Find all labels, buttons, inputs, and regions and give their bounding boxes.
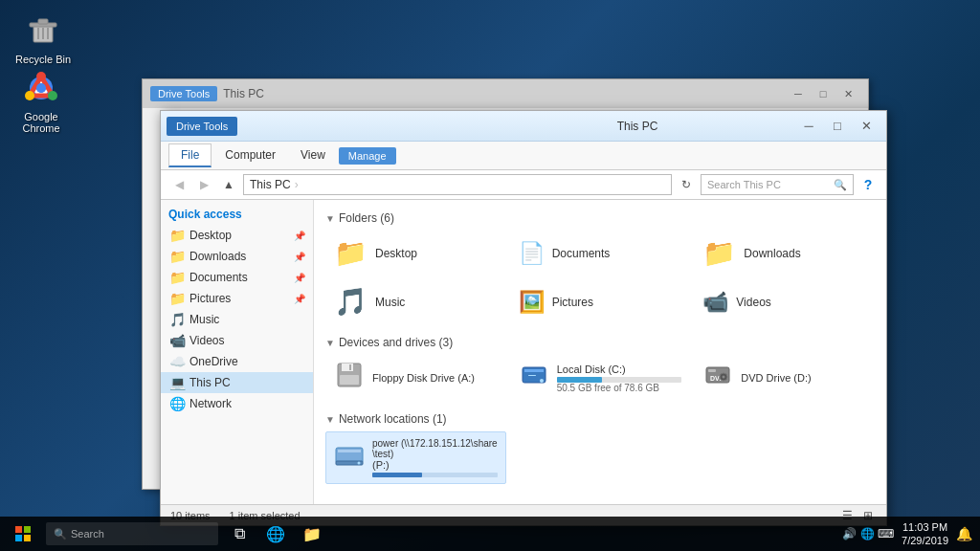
- drive-floppy[interactable]: Floppy Disk Drive (A:): [325, 355, 506, 401]
- up-btn[interactable]: ▲: [218, 174, 239, 195]
- drive-c-icon: [519, 362, 549, 394]
- tab-manage[interactable]: Manage: [339, 147, 396, 165]
- downloads-icon-sidebar: 📁: [168, 249, 186, 264]
- floppy-icon: [334, 362, 365, 394]
- close-btn[interactable]: ✕: [852, 115, 880, 138]
- svg-rect-33: [24, 535, 31, 541]
- folder-pictures-icon: 🖼️: [519, 290, 545, 315]
- tab-view[interactable]: View: [289, 144, 337, 167]
- address-input[interactable]: This PC ›: [243, 174, 672, 195]
- main-window: Drive Tools This PC ─ □ ✕ File Computer …: [160, 110, 887, 526]
- help-btn[interactable]: ?: [858, 174, 879, 195]
- network-icon-sidebar: 🌐: [168, 396, 186, 411]
- network-drive-p[interactable]: power (\\172.18.151.12\share\test) (P:): [325, 431, 506, 484]
- sidebar-documents-label: Documents: [189, 271, 248, 284]
- titlebar-ribbon-area: Drive Tools: [167, 117, 480, 136]
- tab-file[interactable]: File: [168, 143, 212, 167]
- maximize-btn[interactable]: □: [823, 115, 852, 138]
- sidebar-pictures-label: Pictures: [189, 292, 231, 305]
- drives-grid: Floppy Disk Drive (A:): [325, 355, 875, 401]
- svg-rect-32: [15, 535, 22, 541]
- folder-desktop-name: Desktop: [375, 247, 417, 260]
- chrome-icon[interactable]: Google Chrome: [8, 65, 75, 138]
- sidebar-item-videos[interactable]: 📹 Videos: [161, 330, 313, 351]
- tab-computer[interactable]: Computer: [213, 144, 287, 167]
- folders-section-header[interactable]: ▼ Folders (6): [325, 211, 875, 225]
- sidebar-item-network[interactable]: 🌐 Network: [161, 393, 313, 414]
- network-drive-icon: [334, 444, 365, 473]
- taskbar-right: 🔊 🌐 ⌨ 11:03 PM 7/29/2019 🔔: [842, 520, 980, 548]
- sidebar-item-onedrive[interactable]: ☁️ OneDrive: [161, 351, 313, 372]
- recycle-bin-icon[interactable]: Recycle Bin: [10, 8, 77, 69]
- folder-documents-icon: 📄: [519, 241, 545, 266]
- folders-chevron: ▼: [325, 213, 335, 224]
- sidebar-item-this-pc[interactable]: 💻 This PC: [161, 372, 313, 393]
- dvd-icon: DVD: [702, 362, 733, 394]
- drive-c[interactable]: Local Disk (C:) 50.5 GB free of 78.6 GB: [510, 355, 691, 401]
- pin-icon-4: 📌: [294, 294, 305, 304]
- devices-section-header[interactable]: ▼ Devices and drives (3): [325, 336, 875, 349]
- back-close-btn[interactable]: ✕: [835, 85, 860, 102]
- back-ribbon-label: Drive Tools: [150, 86, 217, 101]
- task-view-btn[interactable]: ⧉: [222, 517, 256, 551]
- back-btn[interactable]: ◀: [168, 174, 189, 195]
- folder-music[interactable]: 🎵 Music: [325, 279, 506, 324]
- file-explorer-taskbar-btn[interactable]: 📁: [295, 517, 329, 551]
- svg-rect-14: [342, 364, 353, 371]
- taskbar-clock[interactable]: 11:03 PM 7/29/2019: [902, 520, 948, 548]
- dvd-info: DVD Drive (D:): [741, 372, 866, 384]
- folders-grid: 📁 Desktop 📄 Documents 📁 Downloads 🎵 Musi…: [325, 231, 875, 324]
- main-content: ▼ Folders (6) 📁 Desktop 📄 Documents 📁 Do…: [314, 200, 886, 504]
- svg-point-19: [540, 379, 544, 383]
- sidebar: Quick access 📁 Desktop 📌 📁 Downloads 📌 📁…: [161, 200, 314, 504]
- sidebar-item-desktop[interactable]: 📁 Desktop 📌: [161, 225, 313, 246]
- onedrive-icon-sidebar: ☁️: [168, 354, 186, 369]
- folder-pictures-name: Pictures: [552, 296, 593, 309]
- quick-access-header[interactable]: Quick access: [161, 204, 313, 225]
- taskbar-search-placeholder: Search: [71, 528, 104, 540]
- folder-desktop-icon: 📁: [334, 237, 368, 269]
- address-arrow: ›: [295, 178, 299, 191]
- taskbar-search[interactable]: 🔍 Search: [46, 522, 218, 545]
- content-area: Quick access 📁 Desktop 📌 📁 Downloads 📌 📁…: [161, 200, 886, 504]
- search-box[interactable]: Search This PC 🔍: [701, 174, 854, 195]
- search-placeholder: Search This PC: [707, 179, 781, 190]
- sidebar-item-downloads[interactable]: 📁 Downloads 📌: [161, 246, 313, 267]
- folder-documents[interactable]: 📄 Documents: [510, 231, 691, 276]
- folders-title: Folders (6): [339, 211, 394, 225]
- folder-videos[interactable]: 📹 Videos: [694, 279, 875, 324]
- folder-desktop[interactable]: 📁 Desktop: [325, 231, 506, 276]
- network-chevron: ▼: [325, 414, 335, 425]
- network-drive-info: power (\\172.18.151.12\share\test) (P:): [372, 438, 498, 477]
- devices-chevron: ▼: [325, 338, 335, 348]
- time-display: 11:03 PM: [902, 520, 947, 534]
- back-minimize-btn[interactable]: ─: [786, 85, 811, 102]
- svg-rect-30: [15, 526, 22, 533]
- sidebar-network-label: Network: [189, 397, 232, 410]
- edge-icon-btn[interactable]: 🌐: [258, 517, 293, 551]
- svg-point-9: [36, 72, 46, 81]
- sidebar-item-pictures[interactable]: 📁 Pictures 📌: [161, 288, 313, 309]
- start-button[interactable]: [0, 517, 46, 551]
- pin-icon-3: 📌: [294, 273, 305, 283]
- minimize-btn[interactable]: ─: [794, 115, 823, 138]
- background-titlebar: Drive Tools This PC ─ □ ✕: [143, 79, 868, 108]
- documents-icon-sidebar: 📁: [168, 270, 186, 285]
- drive-tools-tab[interactable]: Drive Tools: [167, 117, 237, 136]
- floppy-name: Floppy Disk Drive (A:): [372, 372, 498, 384]
- folder-pictures[interactable]: 🖼️ Pictures: [510, 279, 691, 324]
- sidebar-item-documents[interactable]: 📁 Documents 📌: [161, 267, 313, 288]
- folder-videos-icon: 📹: [702, 290, 728, 315]
- notification-icon[interactable]: 🔔: [956, 526, 972, 541]
- drive-dvd[interactable]: DVD DVD Drive (D:): [694, 355, 875, 401]
- forward-btn[interactable]: ▶: [193, 174, 214, 195]
- back-maximize-btn[interactable]: □: [811, 85, 835, 102]
- desktop: Recycle Bin Google Chrome Drive Tools Th…: [0, 0, 980, 551]
- network-section-header[interactable]: ▼ Network locations (1): [325, 412, 875, 426]
- sidebar-item-music[interactable]: 🎵 Music: [161, 309, 313, 330]
- folder-downloads[interactable]: 📁 Downloads: [694, 231, 875, 276]
- refresh-btn[interactable]: ↻: [676, 174, 697, 195]
- recycle-bin-image: [24, 11, 62, 50]
- date-display: 7/29/2019: [902, 534, 948, 547]
- sidebar-this-pc-label: This PC: [189, 376, 231, 389]
